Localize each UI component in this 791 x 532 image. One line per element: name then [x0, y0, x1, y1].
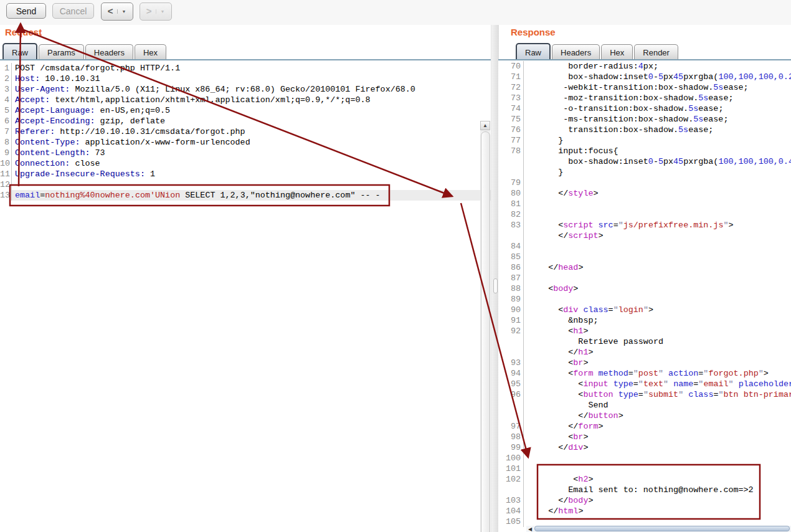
code-line[interactable]: 7Referer: http://10.10.10.31/cmsdata/for… [0, 126, 491, 137]
tab-hex[interactable]: Hex [135, 44, 166, 60]
code-line[interactable]: 1POST /cmsdata/forgot.php HTTP/1.1 [0, 63, 491, 74]
code-line[interactable]: 103 </body> [498, 495, 791, 506]
request-editor[interactable]: 1POST /cmsdata/forgot.php HTTP/1.12Host:… [0, 59, 491, 532]
code-line[interactable]: 10Connection: close [0, 158, 491, 169]
code-line[interactable]: 11Upgrade-Insecure-Requests: 1 [0, 169, 491, 179]
hscroll-thumb[interactable] [534, 526, 790, 531]
tab-hex[interactable]: Hex [601, 44, 633, 60]
tab-raw[interactable]: Raw [2, 43, 37, 60]
tab-render[interactable]: Render [634, 44, 678, 60]
hscroll-left-button[interactable]: ◀ [526, 526, 534, 532]
response-title: Response [511, 27, 556, 37]
code-line[interactable]: 81 [498, 199, 791, 209]
chevron-down-icon[interactable]: ▼ [117, 9, 129, 14]
line-number: 8 [0, 137, 12, 148]
code-line[interactable]: </script> [498, 230, 791, 241]
scroll-up-button[interactable]: ▲ [480, 121, 490, 130]
code-line[interactable]: 104 </html> [498, 506, 791, 516]
code-line[interactable]: 83 <script src="js/prefixfree.min.js"> [498, 220, 791, 230]
tab-params[interactable]: Params [39, 44, 84, 60]
code-line[interactable]: 95 <input type="text" name="email" place… [498, 379, 791, 389]
code-line[interactable]: 75 -ms-transition:box-shadow.5sease; [498, 114, 791, 125]
code-line[interactable]: 73 -moz-transition:box-shadow.5sease; [498, 93, 791, 103]
prev-request-button[interactable]: < ▼ [101, 2, 133, 21]
line-number: 2 [0, 74, 12, 84]
tab-headers[interactable]: Headers [85, 44, 133, 60]
line-number: 9 [0, 148, 12, 158]
code-line[interactable]: Email sent to: nothing@nowhere.com=>2 [498, 485, 791, 495]
code-line[interactable]: 77 } [498, 135, 791, 146]
cancel-button[interactable]: Cancel [52, 3, 94, 19]
code-line[interactable]: 80 </style> [498, 188, 791, 199]
code-line[interactable]: 97 </form> [498, 421, 791, 432]
code-line[interactable]: 3User-Agent: Mozilla/5.0 (X11; Linux x86… [0, 84, 491, 95]
code-line[interactable]: 94 <form method="post" action="forgot.ph… [498, 368, 791, 379]
code-line[interactable]: 91 &nbsp; [498, 315, 791, 326]
code-line[interactable]: 102 <h2> [498, 474, 791, 485]
code-line[interactable]: box-shadow:inset0-5px45pxrgba(100,100,10… [498, 156, 791, 167]
divider-handle-icon[interactable] [493, 278, 498, 293]
request-code: 1POST /cmsdata/forgot.php HTTP/1.12Host:… [0, 60, 491, 201]
tab-raw[interactable]: Raw [516, 43, 551, 60]
line-number: 81 [498, 199, 524, 209]
code-line[interactable]: 5Accept-Language: en-US,en;q=0.5 [0, 105, 491, 116]
code-line[interactable]: Retrieve password [498, 336, 791, 347]
line-number [498, 411, 524, 421]
send-button[interactable]: Send [6, 3, 46, 19]
code-line[interactable]: 4Accept: text/html,application/xhtml+xml… [0, 95, 491, 105]
line-number [498, 156, 524, 167]
code-line[interactable]: 92 <h1> [498, 326, 791, 336]
code-line[interactable]: 76 transition:box-shadow.5sease; [498, 125, 791, 135]
prev-arrow-icon: < [105, 6, 118, 17]
code-line[interactable]: 93 <br> [498, 358, 791, 368]
code-line[interactable]: 79 [498, 178, 791, 188]
code-line[interactable]: 99 </div> [498, 442, 791, 453]
code-line[interactable]: </button> [498, 411, 791, 421]
response-hscrollbar[interactable]: ◀ [526, 526, 791, 532]
code-line[interactable]: 100 [498, 453, 791, 463]
code-line[interactable]: Send [498, 400, 791, 411]
line-number: 5 [0, 105, 12, 116]
code-line[interactable]: 70 border-radius:4px; [498, 61, 791, 72]
line-number: 87 [498, 273, 524, 283]
code-line[interactable]: 12 [0, 179, 491, 190]
code-line[interactable]: } [498, 167, 791, 178]
code-line[interactable]: 71 box-shadow:inset0-5px45pxrgba(100,100… [498, 72, 791, 82]
code-line[interactable]: 82 [498, 209, 791, 220]
response-editor[interactable]: 70 border-radius:4px;71 box-shadow:inset… [498, 59, 791, 532]
chevron-down-icon[interactable]: ▼ [156, 9, 168, 14]
code-line[interactable]: 6Accept-Encoding: gzip, deflate [0, 116, 491, 126]
line-number: 74 [498, 103, 524, 114]
code-line[interactable]: 96 <button type="submit" class="btn btn-… [498, 389, 791, 400]
line-number: 6 [0, 116, 12, 126]
code-line[interactable]: 88 <body> [498, 283, 791, 294]
line-number: 91 [498, 315, 524, 326]
tab-headers[interactable]: Headers [552, 44, 600, 60]
code-line[interactable]: 86 </head> [498, 262, 791, 273]
next-request-button[interactable]: > ▼ [140, 2, 172, 21]
line-number: 89 [498, 294, 524, 305]
code-line[interactable]: 98 <br> [498, 432, 791, 442]
code-line[interactable]: 85 [498, 252, 791, 262]
vscroll-thumb[interactable] [481, 131, 490, 532]
code-line[interactable]: 8Content-Type: application/x-www-form-ur… [0, 137, 491, 148]
code-line[interactable]: 101 [498, 463, 791, 474]
line-number: 103 [498, 495, 524, 506]
code-line[interactable]: 2Host: 10.10.10.31 [0, 74, 491, 84]
code-line[interactable]: 78 input:focus{ [498, 146, 791, 156]
code-line[interactable]: </h1> [498, 347, 791, 358]
line-number: 86 [498, 262, 524, 273]
line-number: 80 [498, 188, 524, 199]
request-vscrollbar[interactable]: ▲ ▼ [480, 121, 490, 532]
code-line[interactable]: 84 [498, 241, 791, 252]
code-line[interactable]: 72 -webkit-transition:box-shadow.5sease; [498, 82, 791, 93]
code-line[interactable]: 9Content-Length: 73 [0, 148, 491, 158]
line-number: 101 [498, 463, 524, 474]
code-line[interactable]: 13email=nothing%40nowhere.com'UNion SELE… [0, 190, 491, 201]
line-number: 95 [498, 379, 524, 389]
code-line[interactable]: 87 [498, 273, 791, 283]
code-line[interactable]: 74 -o-transition:box-shadow.5sease; [498, 103, 791, 114]
line-number: 105 [498, 516, 524, 527]
code-line[interactable]: 89 [498, 294, 791, 305]
code-line[interactable]: 90 <div class="login"> [498, 305, 791, 315]
